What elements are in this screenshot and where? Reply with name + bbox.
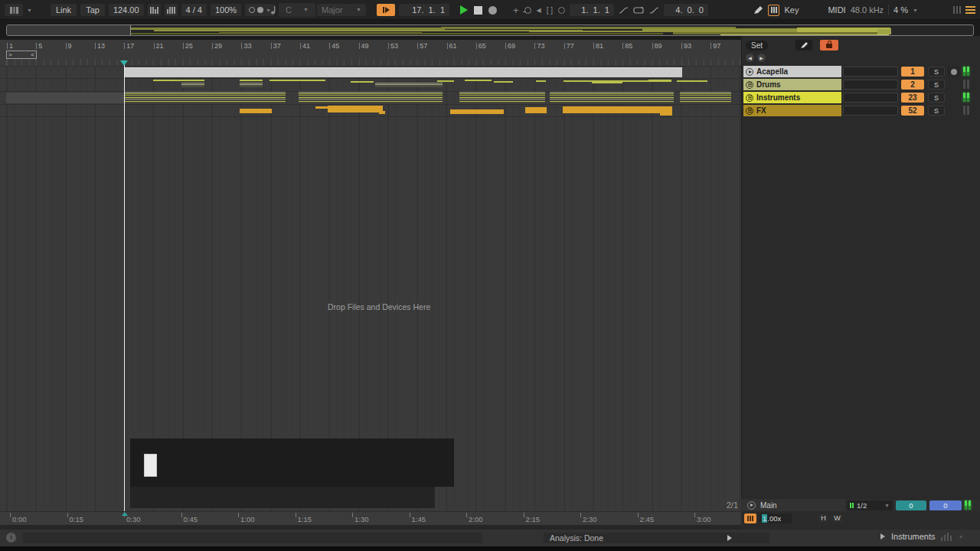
audio-clip-acapella[interactable] [125, 67, 682, 77]
midi-clip-instruments[interactable] [459, 92, 545, 103]
track-number-box[interactable]: 52 [901, 106, 924, 116]
back-to-arrangement-icon[interactable]: ◀ [537, 7, 541, 14]
midi-clip-fx[interactable] [563, 106, 670, 113]
midi-note-drums[interactable] [648, 80, 671, 81]
track-number-box[interactable]: 2 [901, 80, 924, 90]
loop-length-field[interactable]: 4. 0. 0 [664, 4, 708, 16]
main-track-header[interactable]: Main [741, 499, 845, 511]
nudge-up-icon[interactable] [165, 4, 178, 16]
track-number-box[interactable]: 23 [901, 93, 924, 103]
preview-play-button[interactable] [722, 533, 737, 543]
track-fold-icon[interactable] [746, 107, 753, 115]
track-name-fx[interactable]: FX [743, 105, 841, 116]
track-fold-icon[interactable] [746, 81, 753, 89]
stop-button[interactable] [474, 6, 482, 15]
link-button[interactable]: Link [51, 4, 77, 16]
key-map-button[interactable]: Key [784, 5, 799, 15]
midi-note-drums[interactable] [351, 81, 374, 83]
loop-start-field[interactable]: 1. 1. 1 [570, 4, 614, 16]
track-solo-button[interactable]: S [928, 80, 945, 90]
pencil-button[interactable] [795, 40, 812, 51]
new-button[interactable]: + [513, 5, 519, 16]
track-arm-button[interactable] [948, 67, 960, 77]
time-ruler[interactable]: 0:000:150:300:451:001:151:301:452:002:15… [0, 511, 741, 525]
ramp-curve-icon[interactable] [649, 6, 659, 15]
automation-arm-icon[interactable] [524, 7, 531, 14]
computer-midi-keyboard-icon[interactable] [768, 5, 779, 16]
midi-clip-instruments[interactable] [348, 92, 443, 103]
play-button[interactable] [460, 5, 468, 15]
bar-ruler[interactable]: 1591317212529333741454953576165697377818… [0, 40, 741, 66]
midi-clip-fx[interactable] [328, 106, 383, 112]
set-button[interactable]: Set [746, 41, 768, 51]
midi-map-button[interactable]: MIDI [828, 5, 845, 15]
loop-end-marker[interactable]: < [31, 51, 34, 58]
track-row[interactable]: Drums2S [742, 79, 980, 90]
empty-region-instruments[interactable] [6, 93, 124, 103]
midi-note-drums[interactable] [437, 80, 454, 82]
track-solo-button[interactable]: S [928, 93, 945, 103]
draw-mode-pencil-icon[interactable] [753, 5, 763, 15]
midi-note-drums[interactable] [240, 80, 263, 81]
chevron-down-icon[interactable]: ▼ [958, 534, 963, 540]
tempo-follower-button[interactable] [744, 514, 756, 523]
loop-switch-icon[interactable] [558, 7, 565, 14]
overview-view-rectangle[interactable] [7, 25, 131, 35]
midi-note-drums[interactable] [536, 80, 546, 82]
quantization-field[interactable]: 100% [211, 4, 241, 16]
scale-mode-chooser[interactable]: Major ▼ [317, 4, 366, 16]
midi-clip-fx[interactable] [450, 109, 504, 114]
track-name-instruments[interactable]: Instruments [743, 92, 841, 103]
punch-in-out-icon[interactable]: [ ] [547, 6, 553, 15]
info-icon[interactable]: i [6, 533, 16, 543]
lock-envelopes-button[interactable] [820, 40, 838, 51]
tempo-field[interactable]: 124.00 [109, 4, 144, 16]
track-name-acapella[interactable]: Acapella [743, 66, 841, 77]
cpu-load-field[interactable]: 4 % [893, 5, 908, 15]
chevron-down-icon[interactable]: ▼ [27, 8, 32, 13]
midi-clip-fx[interactable] [525, 107, 547, 113]
midi-note-drums[interactable] [494, 81, 513, 83]
track-row[interactable]: FX52S [742, 105, 980, 116]
midi-clip-instruments[interactable] [125, 92, 286, 103]
track-solo-button[interactable]: S [928, 67, 945, 77]
arrangement-overview[interactable] [6, 24, 974, 36]
device-view-icon[interactable] [5, 4, 23, 16]
menu-icon[interactable] [965, 5, 975, 15]
track-volume-slider[interactable] [843, 106, 898, 116]
midi-clip-instruments[interactable] [299, 92, 348, 103]
track-row[interactable]: Instruments23S [742, 92, 980, 103]
w-button[interactable]: W [831, 514, 843, 523]
time-signature-field[interactable]: 4 / 4 [181, 4, 207, 16]
cue-output-chooser[interactable]: 1/2 ▼ [847, 500, 893, 510]
midi-clip-fx[interactable] [660, 106, 672, 116]
midi-note-drums[interactable] [270, 80, 325, 81]
loop-brace[interactable]: > < [6, 51, 37, 59]
track-volume-slider[interactable] [843, 93, 898, 103]
cue-volume-field[interactable]: 0 [896, 500, 926, 510]
h-button[interactable]: H [818, 514, 829, 523]
chevron-down-icon[interactable]: ▼ [913, 8, 918, 13]
midi-clip-drums[interactable] [375, 83, 443, 87]
main-volume-field[interactable]: 0 [929, 500, 962, 510]
tap-tempo-button[interactable]: Tap [80, 4, 105, 16]
track-fold-icon[interactable] [746, 94, 753, 102]
track-name-drums[interactable]: Drums [743, 79, 841, 90]
drop-zone[interactable]: Drop Files and Devices Here [328, 302, 430, 311]
midi-note-drums[interactable] [677, 80, 707, 82]
midi-clip-drums[interactable] [181, 83, 204, 87]
track-row[interactable]: Acapella1S [742, 66, 980, 77]
midi-clip-fx[interactable] [315, 106, 328, 109]
midi-clip-instruments[interactable] [550, 92, 674, 103]
scale-root-chooser[interactable]: C ▼ [281, 4, 313, 16]
selected-track-indicator[interactable]: Instruments ▼ [880, 532, 963, 541]
track-number-box[interactable]: 1 [901, 67, 924, 77]
midi-clip-drums[interactable] [240, 83, 263, 87]
loop-region-icon[interactable] [633, 6, 645, 15]
chevron-down-icon[interactable]: ▼ [884, 503, 890, 508]
arrangement-area[interactable]: Drop Files and Devices Here 2/1 [0, 66, 741, 511]
scroll-right-icon[interactable]: ▶ [757, 54, 766, 62]
arrangement-position-field[interactable]: 17. 1. 1 [399, 4, 449, 16]
midi-clip-fx[interactable] [379, 111, 385, 114]
track-play-icon[interactable] [746, 68, 753, 76]
